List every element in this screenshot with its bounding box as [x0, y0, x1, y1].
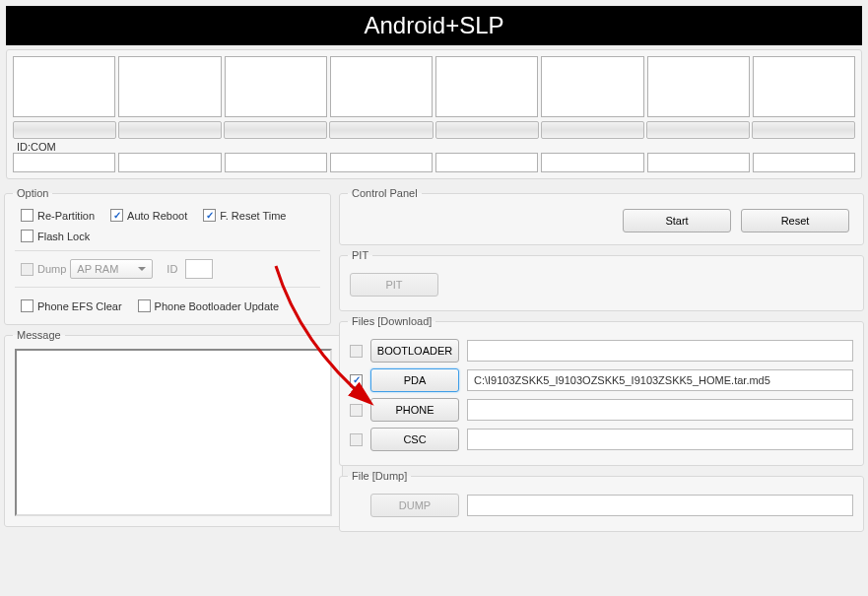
idcom-cell[interactable]: [435, 153, 538, 172]
reset-button[interactable]: Reset: [741, 209, 849, 232]
csc-path[interactable]: [467, 429, 853, 450]
pda-file-checkbox[interactable]: [350, 374, 363, 387]
device-slot: [647, 56, 750, 117]
dump-file-button: DUMP: [370, 494, 459, 517]
progress-bar: [224, 121, 327, 139]
progress-bar: [752, 121, 855, 139]
message-group: Message: [4, 329, 343, 527]
progress-bar: [118, 121, 222, 139]
csc-button[interactable]: CSC: [370, 428, 459, 451]
autoreboot-checkbox[interactable]: [110, 209, 123, 222]
bootloader-path[interactable]: [467, 340, 853, 362]
idcom-label: ID:COM: [11, 139, 857, 153]
idcom-cell[interactable]: [330, 153, 433, 172]
bootloader-file-checkbox[interactable]: [350, 345, 363, 358]
idcom-cell[interactable]: [541, 153, 643, 172]
idcom-cell[interactable]: [753, 153, 855, 172]
dump-file-path: [467, 495, 853, 516]
flashlock-checkbox[interactable]: [21, 230, 33, 242]
app-title: Android+SLP: [6, 6, 862, 45]
option-group: Option Re-Partition Auto Reboot F. Reset…: [4, 187, 331, 325]
bootloaderupdate-checkbox[interactable]: [138, 299, 151, 312]
device-slot: [13, 56, 115, 117]
phone-button[interactable]: PHONE: [370, 398, 459, 422]
files-group: Files [Download] BOOTLOADER PDA C:\I9103…: [339, 315, 864, 466]
phone-path[interactable]: [467, 399, 853, 421]
idcom-cell[interactable]: [647, 153, 750, 172]
efsclear-checkbox[interactable]: [21, 299, 33, 312]
autoreboot-label: Auto Reboot: [127, 210, 187, 222]
fresettime-checkbox[interactable]: [203, 209, 216, 222]
id-field[interactable]: [185, 259, 213, 279]
device-slot: [330, 56, 433, 117]
filedump-group: File [Dump] DUMP: [339, 470, 864, 532]
controlpanel-legend: Control Panel: [348, 187, 422, 199]
controlpanel-group: Control Panel Start Reset: [339, 187, 864, 245]
progress-bar: [646, 121, 750, 139]
dump-target-dropdown[interactable]: AP RAM: [70, 259, 153, 279]
device-slot: [118, 56, 221, 117]
phone-file-checkbox[interactable]: [350, 404, 363, 417]
device-slot: [753, 56, 855, 117]
pit-button: PIT: [350, 273, 438, 297]
fresettime-label: F. Reset Time: [220, 210, 286, 222]
dump-label: Dump: [37, 263, 66, 275]
dump-checkbox: [21, 263, 33, 276]
pda-path[interactable]: C:\I9103ZSKK5_I9103OZSKK5_I9103ZSKK5_HOM…: [467, 369, 853, 391]
slots-panel: ID:COM: [6, 49, 862, 179]
bootloaderupdate-label: Phone Bootloader Update: [155, 300, 280, 312]
progress-bar: [435, 121, 539, 139]
bootloader-button[interactable]: BOOTLOADER: [370, 339, 459, 363]
id-label: ID: [167, 263, 177, 275]
idcom-cell[interactable]: [13, 153, 115, 172]
pit-legend: PIT: [348, 249, 372, 261]
pit-group: PIT PIT: [339, 249, 864, 311]
filedump-legend: File [Dump]: [348, 470, 411, 482]
files-legend: Files [Download]: [348, 315, 435, 327]
repartition-checkbox[interactable]: [21, 209, 33, 222]
progress-bar: [541, 121, 644, 139]
message-legend: Message: [13, 329, 65, 341]
device-slot: [435, 56, 538, 117]
option-legend: Option: [13, 187, 52, 199]
start-button[interactable]: Start: [623, 209, 731, 232]
idcom-cell[interactable]: [118, 153, 221, 172]
progress-bar: [13, 121, 116, 139]
pda-button[interactable]: PDA: [370, 368, 459, 392]
csc-file-checkbox[interactable]: [350, 433, 363, 446]
flashlock-label: Flash Lock: [37, 231, 90, 242]
device-slot: [541, 56, 643, 117]
repartition-label: Re-Partition: [37, 210, 95, 222]
progress-bar: [329, 121, 433, 139]
message-textarea[interactable]: [15, 349, 332, 516]
idcom-cell[interactable]: [225, 153, 327, 172]
efsclear-label: Phone EFS Clear: [37, 300, 122, 312]
device-slot: [225, 56, 327, 117]
